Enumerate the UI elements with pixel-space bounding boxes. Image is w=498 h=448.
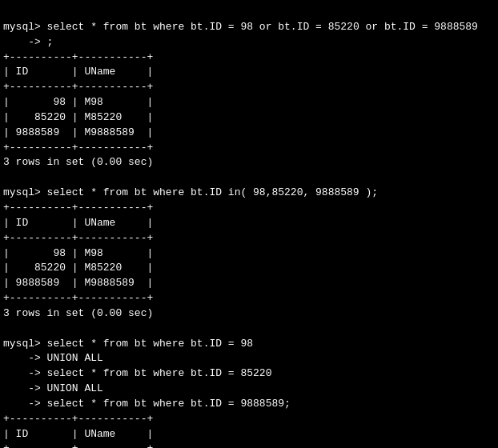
table3-sep2: +----------+-----------+ <box>3 442 153 448</box>
table2-sep3: +----------+-----------+ <box>3 292 153 304</box>
query3-line1: mysql> select * from bt where bt.ID = 98 <box>3 338 253 350</box>
query1-line1: mysql> select * from bt where bt.ID = 98… <box>3 21 478 33</box>
query3-line5: -> select * from bt where bt.ID = 988858… <box>3 398 291 410</box>
table1-sep1: +----------+-----------+ <box>3 51 153 63</box>
query1-line2: -> ; <box>3 36 53 48</box>
query3-line3: -> select * from bt where bt.ID = 85220 <box>3 367 271 379</box>
table1-header: | ID | UName | <box>3 66 153 78</box>
query2-line1: mysql> select * from bt where bt.ID in( … <box>3 186 378 198</box>
table2-row2: | 85220 | M85220 | <box>3 262 153 274</box>
table1-sep2: +----------+-----------+ <box>3 81 153 93</box>
query3-line2: -> UNION ALL <box>3 352 103 364</box>
terminal-window: mysql> select * from bt where bt.ID = 98… <box>3 5 495 448</box>
table3-sep1: +----------+-----------+ <box>3 413 153 425</box>
table3-header: | ID | UName | <box>3 428 153 440</box>
result1: 3 rows in set (0.00 sec) <box>3 156 153 168</box>
table1-row2: | 85220 | M85220 | <box>3 111 153 123</box>
query3-line4: -> UNION ALL <box>3 382 103 394</box>
table2-row1: | 98 | M98 | <box>3 247 153 259</box>
result2: 3 rows in set (0.00 sec) <box>3 307 153 319</box>
table2-header: | ID | UName | <box>3 217 153 229</box>
table2-sep1: +----------+-----------+ <box>3 202 153 214</box>
table1-row1: | 98 | M98 | <box>3 96 153 108</box>
table2-sep2: +----------+-----------+ <box>3 232 153 244</box>
table2-row3: | 9888589 | M9888589 | <box>3 277 153 289</box>
table1-row3: | 9888589 | M9888589 | <box>3 126 153 138</box>
table1-sep3: +----------+-----------+ <box>3 142 153 154</box>
